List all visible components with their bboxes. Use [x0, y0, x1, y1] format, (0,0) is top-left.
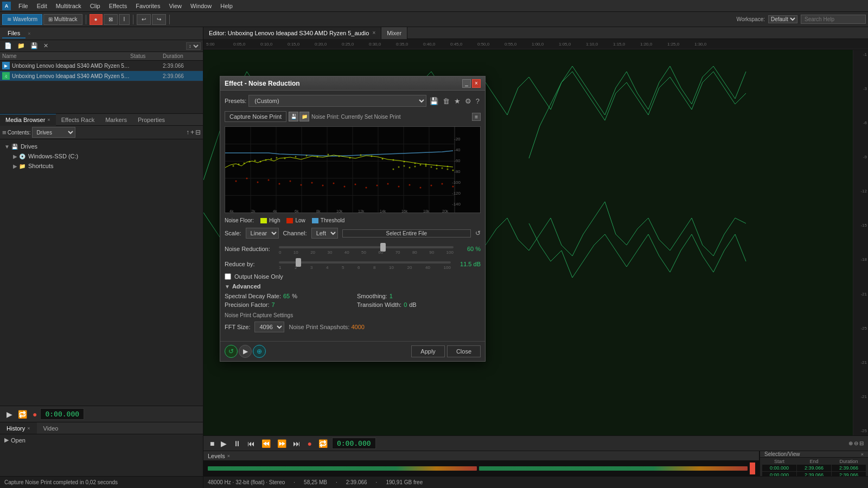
- file-row[interactable]: ▶ Unboxing Lenovo Ideapad S340 AMD Ryzen…: [0, 61, 203, 71]
- toolbar-sep3: [169, 15, 170, 24]
- preset-delete-btn[interactable]: 🗑: [442, 96, 451, 106]
- svg-point-84: [404, 165, 405, 167]
- menu-window[interactable]: Window: [186, 2, 216, 10]
- menu-clip[interactable]: Clip: [86, 2, 105, 10]
- preset-help-btn[interactable]: ?: [475, 96, 481, 106]
- tree-shortcuts[interactable]: ▶ 📁 Shortcuts: [2, 161, 201, 171]
- transport-play-btn[interactable]: ▶: [4, 410, 15, 419]
- preset-settings-btn[interactable]: ⚙: [464, 96, 473, 106]
- loop-preview-btn[interactable]: ↺: [225, 345, 238, 358]
- play-preview-btn[interactable]: ▶: [239, 345, 252, 358]
- output-noise-checkbox[interactable]: [225, 273, 231, 280]
- scale-select[interactable]: Linear: [246, 228, 279, 239]
- tree-windows-ssd[interactable]: ▶ 💿 Windows-SSD (C:): [2, 151, 201, 161]
- file-row-selected[interactable]: ♫ Unboxing Lenovo Ideapad S340 AMD Ryzen…: [0, 71, 203, 81]
- tools-btn[interactable]: ⊠: [104, 14, 118, 25]
- menu-multitrack[interactable]: Multitrack: [52, 2, 86, 10]
- history-panel: History × Video ▶ Open: [0, 422, 203, 476]
- preset-save-btn[interactable]: 💾: [429, 96, 439, 106]
- spectrum-display: -20 -40 -60 -80 -100 -120 -140 4k 2k 4k …: [225, 126, 481, 213]
- advanced-header[interactable]: ▼ Advanced: [225, 283, 481, 290]
- menu-file[interactable]: File: [14, 2, 33, 10]
- record-transport-btn[interactable]: ●: [305, 439, 314, 448]
- svg-point-85: [409, 167, 411, 169]
- workspace-select[interactable]: Default: [768, 15, 797, 23]
- waveform-btn[interactable]: ≋ Waveform: [2, 14, 42, 25]
- files-save-btn[interactable]: 💾: [28, 41, 40, 50]
- transport-loop-btn[interactable]: 🔁: [16, 410, 29, 419]
- editor-tab-mixer[interactable]: Mixer: [381, 27, 407, 39]
- menu-help[interactable]: Help: [216, 2, 237, 10]
- noise-save-icon[interactable]: 💾: [289, 112, 298, 121]
- dialog-minimize-btn[interactable]: _: [462, 79, 471, 88]
- close-dialog-btn[interactable]: Close: [447, 345, 481, 357]
- search-input[interactable]: [801, 15, 866, 24]
- dialog-close-btn[interactable]: ×: [472, 79, 481, 88]
- svg-text:20k: 20k: [442, 209, 449, 213]
- fwd-btn[interactable]: ⏩: [275, 439, 289, 448]
- loop-transport-btn[interactable]: 🔁: [316, 439, 330, 448]
- noise-load-icon[interactable]: 📁: [299, 112, 309, 121]
- editor-tabs: Editor: Unboxing Lenovo Ideapad S340 AMD…: [203, 27, 868, 39]
- svg-point-39: [249, 161, 251, 163]
- noise-collapse-btn[interactable]: ≡: [472, 113, 481, 121]
- tab-markers[interactable]: Markers: [100, 114, 132, 126]
- zoom-fit-btn[interactable]: ⊟: [859, 440, 864, 446]
- undo-btn[interactable]: ↩: [137, 14, 151, 25]
- sort-select[interactable]: ↕: [186, 42, 201, 50]
- preset-favorite-btn[interactable]: ★: [453, 96, 462, 106]
- menu-view[interactable]: View: [164, 2, 186, 10]
- back-btn[interactable]: ⏪: [259, 439, 273, 448]
- files-open-btn[interactable]: 📁: [15, 41, 27, 50]
- noise-reduction-slider[interactable]: [279, 246, 454, 248]
- history-close[interactable]: ×: [27, 426, 30, 431]
- apply-btn[interactable]: Apply: [411, 345, 445, 357]
- menu-effects[interactable]: Effects: [105, 2, 131, 10]
- record-btn[interactable]: ●: [90, 14, 103, 25]
- files-new-btn[interactable]: 📄: [2, 41, 14, 50]
- zoom-out-btn[interactable]: ⊖: [854, 440, 858, 446]
- zoom-in-btn[interactable]: ⊕: [848, 440, 853, 446]
- files-tab-close[interactable]: ×: [28, 31, 30, 36]
- media-collapse-btn[interactable]: ≡: [2, 129, 7, 137]
- reduce-by-slider[interactable]: [279, 261, 451, 264]
- fft-size-select[interactable]: 4096: [254, 322, 284, 332]
- menu-edit[interactable]: Edit: [33, 2, 52, 10]
- tab-history[interactable]: History ×: [0, 422, 37, 434]
- menu-favorites[interactable]: Favorites: [131, 2, 164, 10]
- tab-files[interactable]: Files: [2, 29, 25, 38]
- files-close-btn[interactable]: ✕: [41, 41, 50, 50]
- media-contents-select[interactable]: Drives: [32, 127, 75, 138]
- media-browser-close[interactable]: ×: [47, 117, 50, 123]
- media-filter-btn[interactable]: ⊟: [195, 129, 201, 136]
- audio-tab-close[interactable]: ×: [372, 30, 375, 36]
- history-item[interactable]: ▶ Open: [4, 436, 199, 444]
- pause-btn[interactable]: ⏸: [231, 439, 243, 448]
- stop-btn[interactable]: ■: [208, 439, 216, 448]
- bypass-btn[interactable]: ⊕: [253, 345, 266, 358]
- play-btn[interactable]: ▶: [219, 439, 229, 448]
- svg-point-36: [233, 165, 234, 167]
- levels-close[interactable]: ×: [227, 453, 230, 459]
- sel-close[interactable]: ×: [861, 452, 864, 457]
- tree-drives[interactable]: ▼ 💾 Drives: [2, 142, 201, 151]
- end-btn[interactable]: ⏭: [291, 439, 303, 448]
- media-up-btn[interactable]: ↑: [186, 129, 189, 136]
- select-entire-file-btn[interactable]: Select Entire File: [342, 229, 471, 237]
- capture-noise-btn[interactable]: Capture Noise Print: [225, 111, 286, 122]
- svg-point-49: [328, 154, 329, 156]
- multitrack-btn[interactable]: ⊞ Multitrack: [43, 14, 82, 25]
- presets-select[interactable]: (Custom): [248, 95, 426, 107]
- tab-properties[interactable]: Properties: [132, 114, 170, 126]
- tab-video[interactable]: Video: [37, 422, 65, 434]
- channel-select[interactable]: Left: [311, 228, 338, 239]
- cursor-btn[interactable]: I: [119, 14, 130, 25]
- redo-btn[interactable]: ↪: [152, 14, 166, 25]
- start-btn[interactable]: ⏮: [245, 439, 257, 448]
- editor-tab-audio[interactable]: Editor: Unboxing Lenovo Ideapad S340 AMD…: [203, 27, 381, 39]
- tab-effects-rack[interactable]: Effects Rack: [56, 114, 100, 126]
- media-add-btn[interactable]: +: [190, 129, 194, 136]
- tab-media-browser[interactable]: Media Browser ×: [0, 114, 56, 126]
- refresh-btn[interactable]: ↺: [475, 229, 481, 237]
- transport-record-btn[interactable]: ●: [30, 410, 39, 419]
